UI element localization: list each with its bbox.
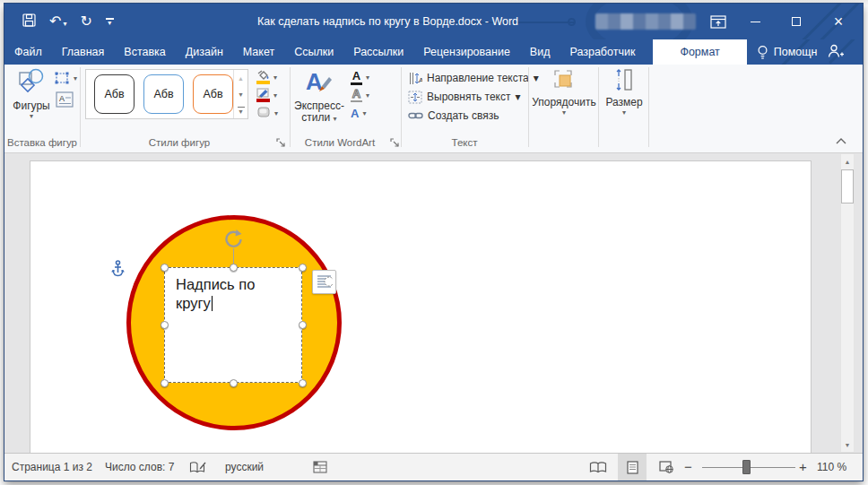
language-indicator[interactable]: русский: [225, 454, 264, 481]
read-mode-button[interactable]: [584, 454, 612, 481]
size-icon: [614, 68, 634, 91]
maximize-button[interactable]: [782, 4, 811, 39]
wordart-dialog-launcher[interactable]: [390, 138, 401, 149]
shape-fill-icon: [256, 70, 270, 84]
web-layout-icon: [659, 461, 673, 473]
text-outline-button[interactable]: А ▾: [351, 87, 369, 103]
close-button[interactable]: ×: [824, 4, 853, 39]
tab-layout[interactable]: Макет: [233, 39, 284, 65]
shape-outline-button[interactable]: ▾: [256, 87, 277, 103]
zoom-in-button[interactable]: +: [799, 454, 807, 481]
status-bar: Страница 1 из 2 Число слов: 7 русский: [4, 453, 863, 481]
resize-handle-ne[interactable]: [299, 264, 307, 272]
shape-style-3[interactable]: Абв: [193, 74, 233, 114]
edit-shape-button[interactable]: ▾: [55, 70, 77, 86]
proofing-status-icon[interactable]: [189, 454, 206, 481]
scroll-down-icon[interactable]: ▼: [841, 437, 854, 452]
word-count[interactable]: Число слов: 7: [105, 454, 174, 481]
shape-outline-icon: [256, 88, 270, 102]
print-layout-icon: [627, 461, 638, 474]
scroll-up-icon[interactable]: ▲: [841, 154, 854, 169]
text-fill-button[interactable]: А ▾: [351, 69, 369, 85]
shape-effects-button[interactable]: ▾: [256, 105, 278, 121]
quick-styles-label-2: стили ▾: [293, 112, 345, 124]
web-layout-button[interactable]: [652, 454, 681, 481]
minimize-button[interactable]: [741, 4, 769, 39]
tab-developer[interactable]: Разработчик: [560, 39, 645, 65]
text-direction-button[interactable]: A Направление текста ▾: [408, 70, 539, 86]
tabrow-icons: [827, 39, 863, 65]
zoom-level[interactable]: 110 %: [817, 454, 846, 481]
page-indicator[interactable]: Страница 1 из 2: [12, 454, 92, 481]
shape-style-1[interactable]: Абв: [94, 74, 135, 114]
ribbon-display-options-button[interactable]: [709, 14, 726, 30]
tell-me-button[interactable]: Помощн: [747, 39, 828, 65]
collapse-ribbon-button[interactable]: [834, 134, 848, 147]
undo-button[interactable]: ↶▾: [49, 13, 66, 30]
text-effects-icon: А: [351, 108, 359, 119]
macro-record-icon[interactable]: [313, 454, 327, 481]
redo-button[interactable]: ↻: [80, 14, 91, 29]
gallery-more-button[interactable]: ▼: [234, 102, 247, 118]
save-icon[interactable]: [22, 13, 36, 30]
resize-handle-se[interactable]: [299, 379, 307, 387]
shape-styles-dialog-launcher[interactable]: [276, 138, 287, 149]
resize-handle-n[interactable]: [230, 264, 238, 272]
read-mode-icon: [589, 462, 607, 473]
gallery-scroll-down-icon[interactable]: ▼: [234, 86, 247, 102]
edit-shape-icon: [55, 72, 70, 84]
draw-textbox-button[interactable]: А: [56, 91, 74, 108]
create-link-label: Создать связь: [428, 109, 499, 122]
arrange-button[interactable]: Упорядочить ▾: [532, 68, 596, 117]
close-icon: ×: [834, 13, 844, 31]
quick-access-toolbar: ↶▾ ↻ ▾: [22, 4, 114, 39]
selected-textbox[interactable]: Надпись по кругу: [164, 267, 302, 383]
align-text-icon: [408, 91, 422, 104]
tab-view[interactable]: Вид: [520, 39, 560, 65]
resize-handle-e[interactable]: [299, 321, 307, 329]
tab-review[interactable]: Рецензирование: [413, 39, 520, 65]
arrange-label: Упорядочить: [532, 97, 596, 108]
text-direction-label: Направление текста: [427, 72, 529, 84]
text-outline-icon: А: [351, 88, 362, 102]
tell-me-label: Помощн: [774, 46, 818, 58]
size-button[interactable]: Размер ▾: [602, 68, 647, 117]
shape-style-2[interactable]: Абв: [143, 74, 184, 114]
print-layout-button[interactable]: [618, 454, 647, 481]
vertical-scrollbar[interactable]: ▲ ▼: [840, 153, 855, 453]
tab-references[interactable]: Ссылки: [284, 39, 343, 65]
tab-file[interactable]: Файл: [4, 39, 52, 65]
outline-color-swatch: [256, 99, 270, 102]
customize-qat-button[interactable]: ▾: [106, 18, 114, 26]
gallery-scroll-up-icon[interactable]: ▲: [234, 70, 247, 86]
resize-handle-w[interactable]: [161, 321, 169, 329]
text-effects-button[interactable]: А ▾: [351, 105, 366, 121]
quick-styles-button[interactable]: А Экспресс- стили ▾: [293, 68, 345, 124]
group-label-insert-shapes: Вставка фигур: [4, 137, 80, 148]
resize-handle-sw[interactable]: [161, 379, 169, 387]
ribbon-format: Фигуры ▾ ▾ А Вставка фигур Абв Абв Абв: [4, 65, 863, 153]
tab-home[interactable]: Главная: [52, 39, 115, 65]
tab-mailings[interactable]: Рассылки: [343, 39, 413, 65]
tab-design[interactable]: Дизайн: [176, 39, 233, 65]
layout-options-button[interactable]: [312, 270, 336, 294]
resize-handle-s[interactable]: [230, 379, 238, 387]
sign-in-button[interactable]: [827, 44, 845, 61]
create-link-button[interactable]: Создать связь: [408, 108, 499, 124]
anchor-icon: [111, 260, 125, 281]
tab-format-active[interactable]: Формат: [653, 39, 746, 65]
scrollbar-thumb[interactable]: [841, 169, 854, 204]
shape-fill-button[interactable]: ▾: [256, 69, 277, 85]
tab-insert[interactable]: Вставка: [114, 39, 175, 65]
undo-dropdown-icon[interactable]: ▾: [63, 20, 66, 28]
zoom-out-button[interactable]: −: [684, 454, 692, 481]
rotate-handle-icon[interactable]: [223, 229, 244, 253]
layout-options-icon: [316, 273, 333, 290]
shapes-button[interactable]: Фигуры ▾: [10, 68, 53, 120]
zoom-slider[interactable]: [702, 454, 795, 481]
zoom-slider-handle[interactable]: [742, 460, 751, 474]
collapse-ribbon-icon: [836, 137, 846, 144]
resize-handle-nw[interactable]: [161, 264, 169, 272]
redacted-contextual-tab-label: [595, 13, 696, 30]
align-text-button[interactable]: Выровнять текст ▾: [408, 89, 521, 105]
